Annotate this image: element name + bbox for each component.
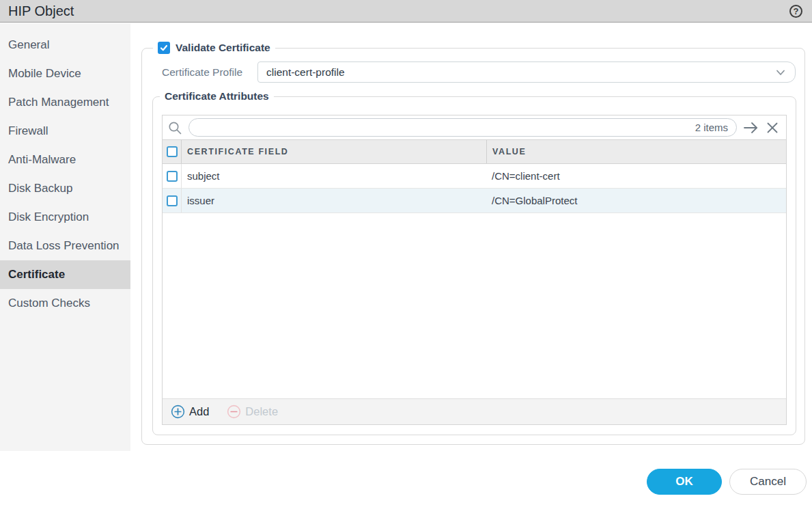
validate-certificate-label: Validate Certificate (176, 41, 270, 55)
close-icon (766, 121, 779, 135)
sidebar-item-label: Anti-Malware (8, 153, 76, 167)
table-header-row: CERTIFICATE FIELD VALUE (163, 139, 786, 164)
sidebar-item-firewall[interactable]: Firewall (0, 117, 130, 146)
table-search-row: 2 items (163, 115, 786, 139)
search-icon (167, 120, 183, 136)
cancel-button[interactable]: Cancel (729, 469, 807, 495)
table-row[interactable]: subject /CN=client-cert (163, 164, 786, 189)
dialog-title: HIP Object (8, 3, 74, 19)
chevron-down-icon (774, 66, 787, 79)
sidebar-item-label: General (8, 38, 49, 52)
table-row[interactable]: issuer /CN=GlobalProtect (163, 189, 786, 213)
cell-certificate-field: subject (187, 170, 220, 182)
sidebar-item-data-loss-prevention[interactable]: Data Loss Prevention (0, 232, 130, 260)
cell-value: /CN=client-cert (492, 170, 560, 182)
validate-certificate-legend: Validate Certificate (153, 41, 275, 55)
header-checkbox-cell (163, 140, 182, 163)
sidebar-item-patch-management[interactable]: Patch Management (0, 88, 130, 117)
dialog-titlebar: HIP Object ? (0, 0, 812, 23)
item-count-badge: 2 items (695, 122, 728, 133)
validate-certificate-checkbox[interactable] (158, 42, 170, 54)
certificate-attributes-table: 2 items CERTIFICATE FIELD (162, 115, 787, 425)
sidebar-item-general[interactable]: General (0, 31, 130, 59)
sidebar-item-label: Data Loss Prevention (8, 239, 120, 253)
sidebar-item-certificate[interactable]: Certificate (0, 260, 130, 289)
check-icon (160, 44, 168, 52)
table-footer-bar: Add Delete (163, 398, 786, 424)
apply-filter-button[interactable] (742, 120, 760, 135)
add-button[interactable]: Add (171, 405, 209, 419)
ok-button[interactable]: OK (647, 469, 722, 495)
sidebar-item-label: Patch Management (8, 96, 109, 109)
sidebar-item-label: Custom Checks (8, 297, 90, 310)
select-all-checkbox[interactable] (167, 146, 178, 157)
sidebar-item-label: Disk Backup (8, 182, 72, 195)
certificate-profile-value: client-cert-profile (266, 66, 774, 79)
sidebar: General Mobile Device Patch Management F… (0, 23, 130, 451)
sidebar-item-disk-encryption[interactable]: Disk Encryption (0, 203, 130, 232)
sidebar-item-anti-malware[interactable]: Anti-Malware (0, 146, 130, 174)
sidebar-item-label: Firewall (8, 124, 48, 138)
clear-filter-button[interactable] (766, 121, 779, 135)
sidebar-item-mobile-device[interactable]: Mobile Device (0, 59, 130, 88)
row-checkbox[interactable] (167, 171, 178, 182)
sidebar-item-disk-backup[interactable]: Disk Backup (0, 174, 130, 203)
certificate-attributes-legend: Certificate Attributes (160, 90, 274, 103)
header-certificate-field[interactable]: CERTIFICATE FIELD (182, 140, 486, 163)
certificate-profile-label: Certificate Profile (162, 61, 242, 83)
sidebar-item-label: Certificate (8, 268, 65, 282)
sidebar-item-label: Mobile Device (8, 67, 81, 81)
sidebar-item-label: Disk Encryption (8, 210, 89, 224)
arrow-right-icon (742, 120, 760, 135)
row-checkbox[interactable] (167, 195, 178, 206)
header-value[interactable]: VALUE (486, 140, 786, 163)
cell-certificate-field: issuer (187, 195, 214, 206)
search-input[interactable] (197, 122, 695, 133)
sidebar-item-custom-checks[interactable]: Custom Checks (0, 289, 130, 318)
search-pill: 2 items (188, 118, 737, 137)
table-body: subject /CN=client-cert issuer /CN=Globa… (163, 164, 786, 213)
circle-minus-icon (227, 405, 241, 419)
help-icon[interactable]: ? (789, 5, 802, 18)
delete-button[interactable]: Delete (227, 405, 278, 419)
hip-object-dialog: HIP Object ? General Mobile Device Patch… (0, 0, 812, 507)
cell-value: /CN=GlobalProtect (492, 195, 577, 206)
certificate-profile-select[interactable]: client-cert-profile (257, 61, 796, 83)
circle-plus-icon (171, 405, 185, 419)
